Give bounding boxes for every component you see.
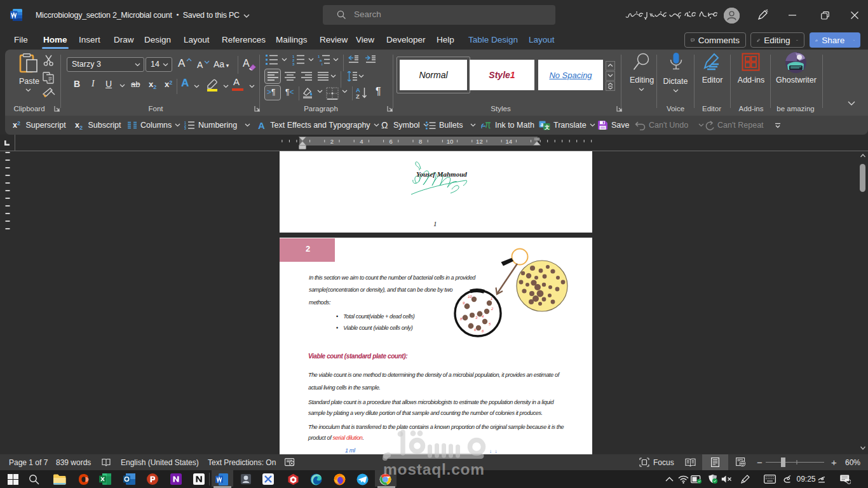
svg-text:14: 14 xyxy=(506,138,513,145)
svg-text:a: a xyxy=(541,121,544,128)
svg-text:3: 3 xyxy=(184,126,186,130)
svg-text:Yousef Mahmoud: Yousef Mahmoud xyxy=(416,170,467,178)
svg-text:12: 12 xyxy=(476,138,483,145)
svg-text:8: 8 xyxy=(419,138,422,145)
svg-text:10: 10 xyxy=(468,295,472,299)
svg-text:1: 1 xyxy=(491,297,492,301)
svg-text:10: 10 xyxy=(447,138,454,145)
svg-text:Z: Z xyxy=(356,93,360,99)
svg-text:2: 2 xyxy=(330,138,334,145)
svg-text:文: 文 xyxy=(544,124,550,130)
svg-text:2: 2 xyxy=(491,307,494,311)
svg-text:6: 6 xyxy=(390,138,393,145)
svg-text:4: 4 xyxy=(360,138,363,145)
svg-text:i: i xyxy=(322,62,323,66)
svg-text:3: 3 xyxy=(292,62,295,66)
